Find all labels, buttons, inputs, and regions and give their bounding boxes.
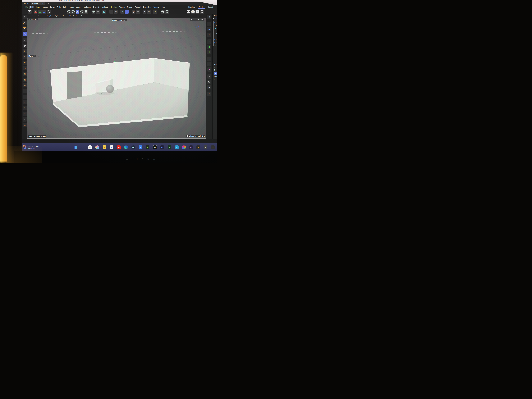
target-rings-icon[interactable]: ◎ [132,10,135,14]
menu-mograph[interactable]: MoGraph [82,6,92,8]
visual-studio-icon[interactable]: ∞ [189,146,193,149]
snap-move-icon[interactable] [207,15,211,19]
y-axis-lock-button[interactable]: Y [38,10,42,14]
scale-tool[interactable] [23,44,27,48]
steam-icon[interactable]: ◉ [131,146,135,149]
rect-selection-tool[interactable] [23,26,27,31]
bevel-tool[interactable]: ∪ [23,100,27,104]
viewport-menu-view[interactable]: View [31,15,37,17]
menu-redshift[interactable]: Redshift [134,6,142,8]
gray-3d-app-icon[interactable]: ◆ [204,146,207,149]
snap-magnet-icon[interactable]: Ω [109,10,113,14]
layout-tab-sculpt[interactable]: Sculpt [208,6,213,8]
menu-help[interactable]: Help [161,6,166,8]
copilot-icon[interactable] [95,146,99,149]
menu-create[interactable]: Create [34,6,42,8]
pan-hand-icon[interactable] [191,19,193,20]
workplane-icon[interactable]: ▣ [102,10,106,14]
render-settings-icon[interactable]: ✳ [196,10,199,14]
object-tree-item[interactable]: ■Cu [213,21,217,24]
array-object-icon[interactable]: ▦ [207,45,211,49]
rotate-tool[interactable] [23,38,27,42]
viewport-canvas[interactable]: Perspective Default Camera [27,18,206,139]
quantize-grid-icon[interactable]: # [125,10,129,14]
hex-mode-half-icon[interactable] [76,10,79,14]
undo-icon[interactable]: ↺ [24,2,26,5]
snap-gear-icon[interactable]: ✳ [114,10,118,14]
document-tab[interactable]: Untitled 1 * × [31,2,44,5]
toggle-views-icon[interactable] [201,19,203,20]
viewport-burger-icon[interactable]: ≡ [28,15,29,17]
object-tree-item[interactable]: ▲Cy [213,27,217,30]
rectangle-object-icon[interactable]: □ [207,22,211,26]
object-tree-item[interactable]: ▲C [213,35,217,38]
swap-arrows-icon[interactable]: ⇈ [153,10,157,14]
spline-arc-icon[interactable]: ∩ [207,57,211,61]
frame-selected-tool[interactable]: ◎ [23,123,27,127]
viewport-menu-cameras[interactable]: Cameras [37,15,46,17]
menu-tools[interactable]: Tools [56,6,62,8]
render-play-icon[interactable]: ▶ [191,10,195,14]
cube-object-icon[interactable]: ▣ [207,27,211,32]
object-tree-item[interactable]: ▲C [213,44,217,47]
file-explorer-icon[interactable]: ▰ [102,146,106,149]
menu-modes[interactable]: Modes [42,6,49,8]
chevron-down-icon[interactable]: ∨ [214,79,217,81]
viewport-menu-panel[interactable]: Panel [68,15,75,17]
objects-burger-icon[interactable]: ≡ [213,18,215,19]
viewport-menu-redshift[interactable]: Redshift [75,15,83,17]
arch-tool[interactable]: ∩ [23,89,27,93]
menu-extensions[interactable]: Extensions [142,6,152,8]
menu-render[interactable]: Render [126,6,134,8]
menu-character[interactable]: Character [92,6,101,8]
x-axis-lock-button[interactable]: X [34,10,38,14]
status-burger-icon[interactable]: ≡ [23,140,24,142]
notepad-icon[interactable]: ≡ [88,146,92,149]
pen-edges-tool[interactable]: ✎ [23,55,27,59]
7zip-icon[interactable]: 7z [153,145,157,149]
menu-select[interactable]: Select [49,6,56,8]
attributes-burger-icon[interactable]: ≡ [214,66,217,68]
viewport-menu-options[interactable]: Options [54,15,62,17]
menu-animate[interactable]: Animate [101,6,110,8]
layout-tab-standard[interactable]: Standard [188,6,195,8]
hex-mode-outline-icon[interactable] [80,10,84,14]
grid-icon[interactable]: # [120,10,124,14]
sublime-icon[interactable]: S [196,146,200,149]
material-pencil-icon[interactable]: ✎ [207,92,211,96]
dolly-icon[interactable] [194,19,196,20]
text-object-icon[interactable]: T [207,32,211,37]
cluster-object-icon[interactable]: ✱ [207,50,211,54]
substance-painter-icon[interactable]: Pt [168,146,171,149]
content-box-button[interactable] [28,10,32,14]
live-selection-tool[interactable] [23,21,27,25]
menu-volume[interactable]: Volume [75,6,82,8]
cube-open-mode[interactable]: ▧ [23,83,27,87]
menu-tracker[interactable]: Tracker [118,6,126,8]
knife-tool[interactable]: ✂ [23,112,27,116]
after-effects-icon[interactable]: Ae [160,146,164,149]
search-icon[interactable] [81,146,85,149]
coordinate-gear-icon[interactable]: ✳ [96,10,100,14]
viewport-label[interactable]: Perspective [28,18,38,20]
z-axis-lock-button[interactable]: Z [42,10,46,14]
camera-selector[interactable]: Default Camera [112,19,127,21]
rig-cluster-tool[interactable]: ∷ [23,95,27,99]
dark-hexagon-app-icon[interactable]: ◇ [211,146,215,149]
move-tool[interactable] [23,32,27,36]
cube-points-mode[interactable]: ▤ [23,66,27,70]
tab-close-icon[interactable]: × [42,2,43,4]
menu-window[interactable]: Window [152,6,161,8]
edge-icon[interactable] [124,146,128,149]
pen-points-tool[interactable]: ✎ [23,49,27,53]
environment-sphere-icon[interactable]: ● [207,74,211,79]
green-x-app-icon[interactable]: ✕ [146,146,150,149]
creative-cloud-icon[interactable] [182,146,186,149]
camera-object-icon[interactable] [207,80,211,84]
viewport-menu-filter[interactable]: Filter [62,15,68,17]
extrude-object-icon[interactable]: ◇ [207,62,211,66]
axis-gizmo-button[interactable] [47,10,51,14]
redo-icon[interactable]: ↻ [27,2,29,5]
bend-deformer-icon[interactable]: ≈ [207,68,211,72]
axis-mode-pill[interactable]: Ax [214,72,217,75]
